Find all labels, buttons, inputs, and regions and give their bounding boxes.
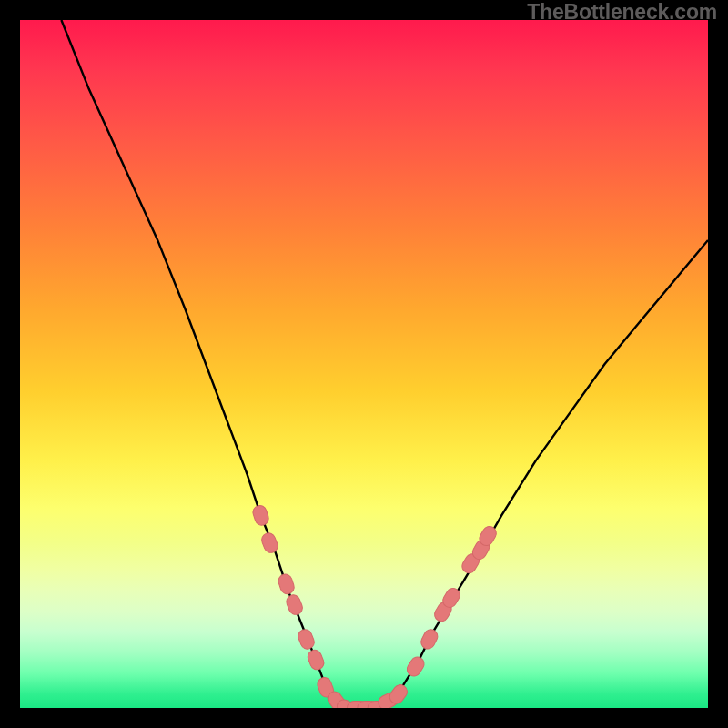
sample-point <box>296 627 316 651</box>
watermark-text: TheBottleneck.com <box>527 0 717 25</box>
plot-area <box>20 20 708 708</box>
sample-point <box>277 572 296 596</box>
sample-point <box>405 654 427 679</box>
sample-point <box>251 503 270 527</box>
chart-stage: TheBottleneck.com <box>0 0 728 728</box>
sample-point <box>419 627 440 651</box>
sample-point <box>259 531 279 555</box>
bottleneck-curve <box>61 20 708 708</box>
sample-points-group <box>251 503 499 708</box>
curve-layer <box>20 20 708 708</box>
sample-point <box>306 648 326 672</box>
sample-point <box>285 593 305 617</box>
